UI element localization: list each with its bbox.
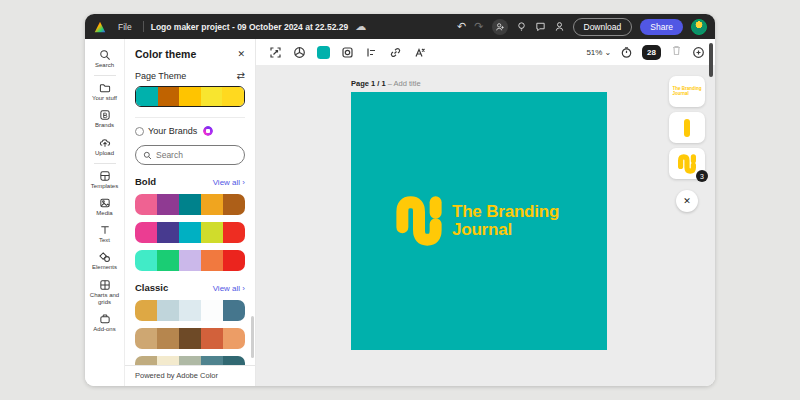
color-swatch[interactable] bbox=[223, 194, 245, 215]
delete-icon[interactable] bbox=[670, 44, 683, 57]
color-swatch[interactable] bbox=[223, 222, 245, 243]
branding-journal-logo[interactable]: The Branding Journal bbox=[393, 195, 559, 247]
layer-count-badge: 3 bbox=[696, 170, 708, 182]
media-photo-icon bbox=[99, 197, 111, 209]
document-title[interactable]: Logo maker project - 09 October 2024 at … bbox=[151, 22, 348, 32]
color-swatch[interactable] bbox=[157, 328, 179, 349]
add-title-hint[interactable]: – Add title bbox=[388, 79, 421, 88]
color-wheel-icon[interactable] bbox=[293, 46, 306, 59]
color-swatch[interactable] bbox=[136, 87, 158, 106]
logo-mark-icon bbox=[677, 154, 697, 174]
color-swatch[interactable] bbox=[223, 300, 245, 321]
align-icon[interactable] bbox=[365, 46, 378, 59]
resize-icon[interactable] bbox=[269, 46, 282, 59]
layer-thumb-text[interactable]: The BrandingJournal bbox=[669, 76, 705, 107]
undo-icon[interactable]: ↶ bbox=[457, 21, 466, 32]
pages-badge[interactable]: 28 bbox=[642, 45, 661, 60]
sync-circle-icon bbox=[135, 127, 144, 136]
palette-row[interactable] bbox=[135, 300, 245, 321]
close-panel-icon[interactable]: ✕ bbox=[237, 49, 245, 59]
comments-icon[interactable] bbox=[535, 21, 546, 32]
palette-search[interactable] bbox=[135, 145, 245, 165]
color-swatch[interactable] bbox=[201, 300, 223, 321]
link-icon[interactable] bbox=[389, 46, 402, 59]
sidebar-item-media[interactable]: Media bbox=[85, 194, 124, 221]
sidebar-item-brands[interactable]: Brands bbox=[85, 106, 124, 133]
color-swatch[interactable] bbox=[157, 300, 179, 321]
color-swatch[interactable] bbox=[179, 300, 201, 321]
color-swatch[interactable] bbox=[179, 194, 201, 215]
frame-icon[interactable] bbox=[341, 46, 354, 59]
color-swatch[interactable] bbox=[201, 87, 223, 106]
canvas-area: 51%⌄ 28 bbox=[256, 39, 715, 386]
color-swatch[interactable] bbox=[135, 250, 157, 271]
color-swatch[interactable] bbox=[135, 328, 157, 349]
color-swatch[interactable] bbox=[158, 87, 180, 106]
color-swatch[interactable] bbox=[223, 250, 245, 271]
shuffle-theme-icon[interactable]: ⇄ bbox=[237, 70, 245, 81]
color-swatch[interactable] bbox=[201, 194, 223, 215]
close-thumbnails-button[interactable]: ✕ bbox=[676, 190, 698, 212]
color-swatch[interactable] bbox=[179, 222, 201, 243]
sidebar-item-text[interactable]: Text bbox=[85, 221, 124, 248]
page-label[interactable]: Page 1 / 1 – Add title bbox=[351, 79, 421, 88]
palette-row[interactable] bbox=[135, 194, 245, 215]
templates-icon bbox=[99, 170, 111, 182]
view-all-classic-link[interactable]: View all › bbox=[213, 284, 245, 293]
your-brands-row[interactable]: Your Brands bbox=[135, 126, 245, 136]
sidebar-item-templates[interactable]: Templates bbox=[85, 167, 124, 194]
sidebar-item-elements[interactable]: Elements bbox=[85, 248, 124, 275]
profile-icon[interactable] bbox=[554, 21, 565, 32]
color-swatch[interactable] bbox=[222, 87, 244, 106]
sidebar-item-add-ons[interactable]: Add-ons bbox=[85, 310, 124, 337]
color-swatch[interactable] bbox=[201, 222, 223, 243]
color-swatch[interactable] bbox=[201, 250, 223, 271]
sidebar-item-charts-and-grids[interactable]: Charts and grids bbox=[85, 276, 124, 310]
redo-icon[interactable]: ↷ bbox=[474, 21, 483, 32]
shapes-icon bbox=[99, 251, 111, 263]
color-swatch[interactable] bbox=[179, 87, 201, 106]
color-swatch[interactable] bbox=[223, 328, 245, 349]
divider bbox=[94, 75, 116, 76]
canvas-body[interactable]: Page 1 / 1 – Add title The Branding Jou bbox=[256, 65, 715, 386]
share-button[interactable]: Share bbox=[640, 19, 683, 35]
color-swatch[interactable] bbox=[135, 194, 157, 215]
color-swatch[interactable] bbox=[179, 328, 201, 349]
palette-row[interactable] bbox=[135, 328, 245, 349]
file-menu[interactable]: File bbox=[114, 20, 136, 34]
search-input[interactable] bbox=[156, 150, 236, 160]
add-page-icon[interactable] bbox=[692, 46, 705, 59]
panel-scrollbar[interactable] bbox=[251, 316, 254, 358]
search-icon bbox=[143, 151, 152, 160]
color-swatch[interactable] bbox=[135, 222, 157, 243]
zoom-level-select[interactable]: 51%⌄ bbox=[586, 48, 611, 57]
adobe-express-logo-icon[interactable] bbox=[93, 20, 107, 34]
page-theme-bar[interactable] bbox=[135, 86, 245, 107]
view-all-bold-link[interactable]: View all › bbox=[213, 178, 245, 187]
color-swatch[interactable] bbox=[201, 328, 223, 349]
layer-thumb-bar[interactable] bbox=[669, 112, 705, 143]
cloud-sync-icon: ☁ bbox=[355, 21, 366, 32]
artboard[interactable]: The Branding Journal bbox=[351, 92, 607, 350]
color-swatch[interactable] bbox=[179, 250, 201, 271]
color-swatch[interactable] bbox=[157, 250, 179, 271]
sidebar-item-search[interactable]: Search bbox=[85, 46, 124, 73]
palette-row[interactable] bbox=[135, 250, 245, 271]
account-avatar[interactable] bbox=[691, 19, 707, 35]
divider bbox=[143, 21, 144, 32]
color-swatch[interactable] bbox=[135, 300, 157, 321]
timer-icon[interactable] bbox=[620, 46, 633, 59]
color-swatch[interactable] bbox=[157, 222, 179, 243]
sidebar-item-your-stuff[interactable]: Your stuff bbox=[85, 79, 124, 106]
translate-icon[interactable] bbox=[413, 46, 426, 59]
palette-row[interactable] bbox=[135, 222, 245, 243]
invite-people-button[interactable] bbox=[492, 19, 508, 35]
lightbulb-icon[interactable] bbox=[516, 21, 527, 32]
page-theme-label: Page Theme bbox=[135, 71, 186, 81]
layer-thumb-logo-mark[interactable]: 3 bbox=[669, 148, 705, 179]
color-swatch[interactable] bbox=[157, 194, 179, 215]
sidebar-item-upload[interactable]: Upload bbox=[85, 134, 124, 161]
fill-color-swatch[interactable] bbox=[317, 46, 330, 59]
download-button[interactable]: Download bbox=[573, 18, 633, 36]
window-scrollbar[interactable] bbox=[709, 43, 713, 77]
